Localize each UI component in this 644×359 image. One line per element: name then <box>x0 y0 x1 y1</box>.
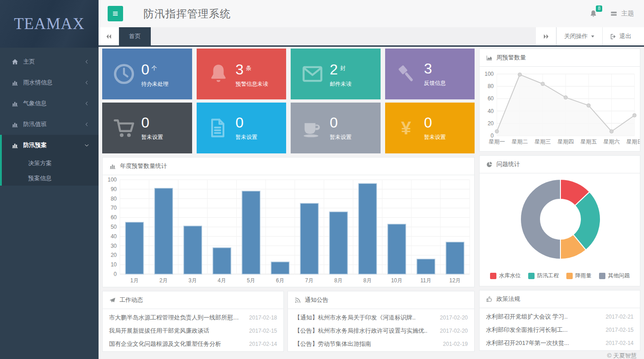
sidebar-item-1[interactable]: 雨水情信息 <box>0 72 99 93</box>
yen-icon: ¥ <box>395 117 424 139</box>
logout-button[interactable]: 退出 <box>602 27 644 45</box>
sidebar-item-4[interactable]: 防汛预案 <box>2 135 99 156</box>
work-news-date: 2017-02-15 <box>249 328 277 334</box>
policy-date: 2017-02-21 <box>606 314 634 320</box>
notice-row-1: 【公告】杭州市水务局排水行政许可设置与实施优..2017-02-20 <box>294 324 468 337</box>
stat-card-4[interactable]: 0暂未设置 <box>102 103 192 153</box>
scroll-tabs-right-button[interactable] <box>536 27 556 45</box>
sidebar-item-0[interactable]: 主页 <box>0 51 99 72</box>
svg-text:8月: 8月 <box>363 277 372 284</box>
notice-link[interactable]: 【公告】劳动节集体出游指南 <box>294 340 438 348</box>
policy-link[interactable]: 水利部召开党组扩大会议 学习.. <box>486 313 601 321</box>
policy-row-1: 水利部印发全面推行河长制工...2017-02-15 <box>486 323 634 336</box>
theme-icon <box>609 10 618 17</box>
legend-item-1[interactable]: 防汛工程 <box>528 272 559 280</box>
svg-text:星期六: 星期六 <box>604 138 620 145</box>
year-bar-chart[interactable]: 01020304050607080901001月2月3月4月5月6月7月8月8月… <box>103 175 474 287</box>
svg-text:星期日: 星期日 <box>626 138 640 145</box>
bar-chart-icon <box>109 162 116 170</box>
sidebar-item-label: 气象信息 <box>23 99 47 108</box>
week-chart-panel-header: 周预警数量 <box>480 49 640 67</box>
notice-link[interactable]: 【通知】杭州市水务局关于印发《河道标识牌.. <box>294 314 436 322</box>
right-column: 周预警数量 020406080100星期一星期二星期三星期四星期五星期六星期日 … <box>479 49 640 352</box>
notice-row-2: 【公告】劳动节集体出游指南201-02-19 <box>294 337 468 350</box>
pie-chart-icon <box>486 161 493 168</box>
stat-card-body: 3反馈信息 <box>424 61 446 87</box>
sidebar-item-label: 主页 <box>23 58 35 66</box>
bar-chart-icon <box>11 142 19 149</box>
stat-card-7[interactable]: ¥0暂未设置 <box>385 103 475 153</box>
policy-link[interactable]: 水利部召开2017年第一次扶贫... <box>486 339 601 347</box>
sidebar-item-label: 雨水情信息 <box>23 79 53 87</box>
svg-text:10: 10 <box>111 261 117 268</box>
home-icon <box>11 58 19 65</box>
legend-label: 降雨量 <box>575 272 592 280</box>
stat-card-value: 2封 <box>330 60 352 77</box>
stat-card-0[interactable]: 0个待办未处理 <box>102 49 192 99</box>
chevron-left-icon <box>84 101 89 106</box>
issue-chart-panel: 问题统计 水库水位防汛工程降雨量其他问题 <box>479 155 640 286</box>
svg-text:100: 100 <box>108 177 117 183</box>
chevron-down-icon <box>84 143 89 148</box>
svg-text:星期四: 星期四 <box>558 138 574 145</box>
work-news-date: 2017-02-14 <box>249 341 277 347</box>
stat-card-6[interactable]: 0暂未设置 <box>291 103 381 153</box>
policy-link[interactable]: 水利部印发全面推行河长制工... <box>486 326 601 334</box>
work-news-link[interactable]: 国有企业文化问题根源及文化重塑任务分析 <box>109 340 245 348</box>
notice-link[interactable]: 【公告】杭州市水务局排水行政许可设置与实施优.. <box>294 327 436 335</box>
work-news-link[interactable]: 市大鹏半岛水源工程管理处负责人到一线部所慰问新春 <box>109 314 245 322</box>
tab-home[interactable]: 首页 <box>119 27 151 45</box>
sidebar-subitem-4-1[interactable]: 预案信息 <box>2 171 99 186</box>
stat-card-value: 0 <box>424 115 446 130</box>
svg-text:60: 60 <box>488 95 494 102</box>
year-chart-title: 年度预警数量统计 <box>120 162 167 170</box>
stat-card-unit: 封 <box>340 65 346 71</box>
sidebar-subitem-4-0[interactable]: 决策方案 <box>2 156 99 171</box>
main-area: 防汛指挥管理系统 8 主题 首页 关闭操作 退出 <box>99 0 644 359</box>
stat-card-unit: 条 <box>246 65 251 71</box>
policies-panel: 政策法规 水利部召开党组扩大会议 学习..2017-02-21水利部印发全面推行… <box>479 290 640 351</box>
stat-card-label: 预警信息未读 <box>236 80 268 88</box>
stat-card-body: 0个待办未处理 <box>141 60 168 88</box>
stat-card-3[interactable]: 3反馈信息 <box>385 49 475 99</box>
legend-label: 水库水位 <box>499 272 521 280</box>
svg-text:80: 80 <box>488 83 494 89</box>
svg-text:11月: 11月 <box>421 277 431 284</box>
policy-row-2: 水利部召开2017年第一次扶贫...2017-02-14 <box>486 336 634 349</box>
legend-item-3[interactable]: 其他问题 <box>599 272 630 280</box>
stat-card-label: 暂未设置 <box>236 133 258 141</box>
stat-card-2[interactable]: 2封邮件未读 <box>291 49 381 99</box>
week-line-chart[interactable]: 020406080100星期一星期二星期三星期四星期五星期六星期日 <box>480 67 640 151</box>
sidebar-section-0: 主页 <box>0 51 99 72</box>
coffee-icon <box>301 116 330 140</box>
stat-card-value: 3条 <box>236 60 268 77</box>
svg-text:100: 100 <box>485 71 494 77</box>
bar-chart-icon <box>11 79 19 86</box>
work-news-title: 工作动态 <box>119 296 143 304</box>
notifications-button[interactable]: 8 <box>589 10 598 18</box>
sidebar-item-3[interactable]: 防汛值班 <box>0 114 99 135</box>
legend-item-0[interactable]: 水库水位 <box>490 272 521 280</box>
policy-date: 2017-02-14 <box>606 340 634 346</box>
sidebar-toggle-button[interactable] <box>108 6 123 21</box>
theme-button[interactable]: 主题 <box>609 10 634 18</box>
scroll-tabs-left-button[interactable] <box>99 27 119 45</box>
work-news-row-2: 国有企业文化问题根源及文化重塑任务分析2017-02-14 <box>109 337 277 350</box>
theme-label: 主题 <box>621 10 634 18</box>
issue-donut-chart[interactable] <box>480 173 640 266</box>
legend-item-2[interactable]: 降雨量 <box>566 272 592 280</box>
stat-card-body: 0暂未设置 <box>141 115 163 141</box>
sidebar-section-4: 防汛预案决策方案预案信息 <box>0 135 99 186</box>
tab-home-label: 首页 <box>129 32 141 40</box>
svg-text:20: 20 <box>488 120 494 127</box>
sidebar-item-2[interactable]: 气象信息 <box>0 93 99 114</box>
tab-strip-spacer <box>151 27 536 45</box>
work-news-link[interactable]: 我局开展新提拔任用干部党风廉政谈话 <box>109 327 245 335</box>
stat-card-5[interactable]: 0暂未设置 <box>197 103 287 153</box>
svg-text:12月: 12月 <box>449 277 461 284</box>
stat-cards-grid: 0个待办未处理3条预警信息未读2封邮件未读3反馈信息0暂未设置0暂未设置0暂未设… <box>102 49 475 153</box>
close-operations-button[interactable]: 关闭操作 <box>556 27 602 45</box>
policy-row-0: 水利部召开党组扩大会议 学习..2017-02-21 <box>486 310 634 323</box>
notice-date: 201-02-19 <box>443 341 468 347</box>
stat-card-1[interactable]: 3条预警信息未读 <box>197 49 287 99</box>
